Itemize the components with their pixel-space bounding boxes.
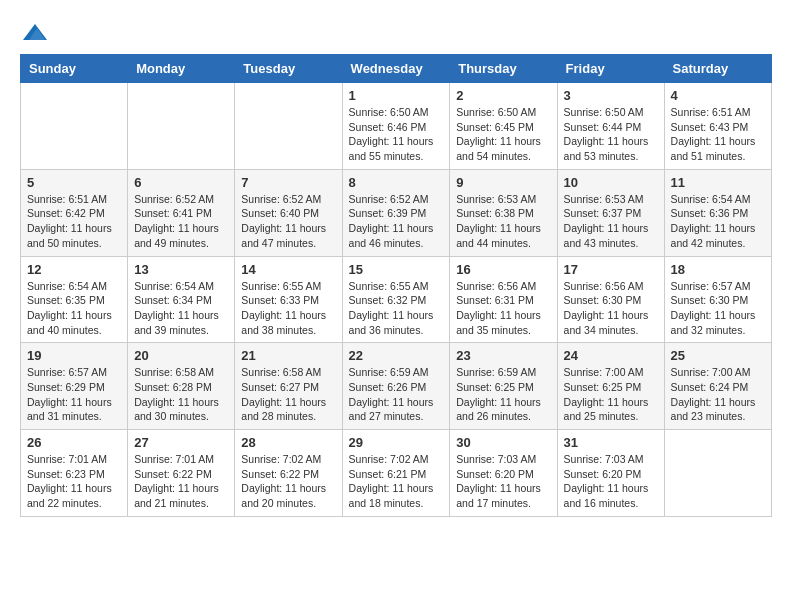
day-number: 21 [241,348,335,363]
day-number: 25 [671,348,765,363]
calendar-cell [128,83,235,170]
day-info: Sunrise: 6:58 AM Sunset: 6:28 PM Dayligh… [134,365,228,424]
calendar-body: 1Sunrise: 6:50 AM Sunset: 6:46 PM Daylig… [21,83,772,517]
calendar-table: SundayMondayTuesdayWednesdayThursdayFrid… [20,54,772,517]
day-number: 6 [134,175,228,190]
calendar-cell: 1Sunrise: 6:50 AM Sunset: 6:46 PM Daylig… [342,83,450,170]
day-info: Sunrise: 6:52 AM Sunset: 6:40 PM Dayligh… [241,192,335,251]
day-number: 15 [349,262,444,277]
calendar-cell: 15Sunrise: 6:55 AM Sunset: 6:32 PM Dayli… [342,256,450,343]
weekday-header-friday: Friday [557,55,664,83]
calendar-cell: 17Sunrise: 6:56 AM Sunset: 6:30 PM Dayli… [557,256,664,343]
day-info: Sunrise: 6:51 AM Sunset: 6:42 PM Dayligh… [27,192,121,251]
day-number: 27 [134,435,228,450]
weekday-header-thursday: Thursday [450,55,557,83]
calendar-cell: 26Sunrise: 7:01 AM Sunset: 6:23 PM Dayli… [21,430,128,517]
day-number: 8 [349,175,444,190]
day-info: Sunrise: 7:00 AM Sunset: 6:25 PM Dayligh… [564,365,658,424]
day-number: 28 [241,435,335,450]
calendar-cell: 12Sunrise: 6:54 AM Sunset: 6:35 PM Dayli… [21,256,128,343]
day-info: Sunrise: 7:03 AM Sunset: 6:20 PM Dayligh… [564,452,658,511]
day-number: 17 [564,262,658,277]
calendar-header: SundayMondayTuesdayWednesdayThursdayFrid… [21,55,772,83]
day-info: Sunrise: 6:50 AM Sunset: 6:44 PM Dayligh… [564,105,658,164]
day-info: Sunrise: 6:57 AM Sunset: 6:30 PM Dayligh… [671,279,765,338]
day-info: Sunrise: 6:50 AM Sunset: 6:46 PM Dayligh… [349,105,444,164]
calendar-week-row: 1Sunrise: 6:50 AM Sunset: 6:46 PM Daylig… [21,83,772,170]
weekday-header-tuesday: Tuesday [235,55,342,83]
day-number: 16 [456,262,550,277]
weekday-header-wednesday: Wednesday [342,55,450,83]
day-info: Sunrise: 6:57 AM Sunset: 6:29 PM Dayligh… [27,365,121,424]
day-info: Sunrise: 6:52 AM Sunset: 6:39 PM Dayligh… [349,192,444,251]
calendar-cell: 8Sunrise: 6:52 AM Sunset: 6:39 PM Daylig… [342,169,450,256]
calendar-cell: 18Sunrise: 6:57 AM Sunset: 6:30 PM Dayli… [664,256,771,343]
day-info: Sunrise: 6:55 AM Sunset: 6:32 PM Dayligh… [349,279,444,338]
day-number: 11 [671,175,765,190]
day-number: 26 [27,435,121,450]
calendar-cell: 9Sunrise: 6:53 AM Sunset: 6:38 PM Daylig… [450,169,557,256]
day-info: Sunrise: 6:53 AM Sunset: 6:38 PM Dayligh… [456,192,550,251]
day-number: 23 [456,348,550,363]
calendar-week-row: 19Sunrise: 6:57 AM Sunset: 6:29 PM Dayli… [21,343,772,430]
day-number: 3 [564,88,658,103]
day-info: Sunrise: 6:53 AM Sunset: 6:37 PM Dayligh… [564,192,658,251]
calendar-cell: 10Sunrise: 6:53 AM Sunset: 6:37 PM Dayli… [557,169,664,256]
calendar-cell: 6Sunrise: 6:52 AM Sunset: 6:41 PM Daylig… [128,169,235,256]
weekday-header-sunday: Sunday [21,55,128,83]
day-info: Sunrise: 6:59 AM Sunset: 6:26 PM Dayligh… [349,365,444,424]
day-info: Sunrise: 7:02 AM Sunset: 6:22 PM Dayligh… [241,452,335,511]
calendar-cell: 30Sunrise: 7:03 AM Sunset: 6:20 PM Dayli… [450,430,557,517]
calendar-cell [235,83,342,170]
day-info: Sunrise: 6:55 AM Sunset: 6:33 PM Dayligh… [241,279,335,338]
day-info: Sunrise: 6:54 AM Sunset: 6:36 PM Dayligh… [671,192,765,251]
calendar-cell [21,83,128,170]
day-number: 22 [349,348,444,363]
calendar-week-row: 12Sunrise: 6:54 AM Sunset: 6:35 PM Dayli… [21,256,772,343]
calendar-cell: 16Sunrise: 6:56 AM Sunset: 6:31 PM Dayli… [450,256,557,343]
day-info: Sunrise: 6:54 AM Sunset: 6:35 PM Dayligh… [27,279,121,338]
calendar-cell: 4Sunrise: 6:51 AM Sunset: 6:43 PM Daylig… [664,83,771,170]
calendar-cell: 27Sunrise: 7:01 AM Sunset: 6:22 PM Dayli… [128,430,235,517]
day-info: Sunrise: 6:56 AM Sunset: 6:30 PM Dayligh… [564,279,658,338]
day-number: 4 [671,88,765,103]
calendar-cell: 3Sunrise: 6:50 AM Sunset: 6:44 PM Daylig… [557,83,664,170]
day-number: 31 [564,435,658,450]
calendar-cell: 28Sunrise: 7:02 AM Sunset: 6:22 PM Dayli… [235,430,342,517]
page-header [20,20,772,44]
calendar-cell: 19Sunrise: 6:57 AM Sunset: 6:29 PM Dayli… [21,343,128,430]
calendar-cell: 5Sunrise: 6:51 AM Sunset: 6:42 PM Daylig… [21,169,128,256]
day-number: 20 [134,348,228,363]
day-info: Sunrise: 6:54 AM Sunset: 6:34 PM Dayligh… [134,279,228,338]
day-info: Sunrise: 6:58 AM Sunset: 6:27 PM Dayligh… [241,365,335,424]
day-number: 30 [456,435,550,450]
calendar-week-row: 26Sunrise: 7:01 AM Sunset: 6:23 PM Dayli… [21,430,772,517]
day-info: Sunrise: 7:03 AM Sunset: 6:20 PM Dayligh… [456,452,550,511]
day-info: Sunrise: 7:02 AM Sunset: 6:21 PM Dayligh… [349,452,444,511]
calendar-cell: 20Sunrise: 6:58 AM Sunset: 6:28 PM Dayli… [128,343,235,430]
day-info: Sunrise: 6:59 AM Sunset: 6:25 PM Dayligh… [456,365,550,424]
day-number: 12 [27,262,121,277]
calendar-cell: 14Sunrise: 6:55 AM Sunset: 6:33 PM Dayli… [235,256,342,343]
day-number: 29 [349,435,444,450]
calendar-cell: 29Sunrise: 7:02 AM Sunset: 6:21 PM Dayli… [342,430,450,517]
day-number: 13 [134,262,228,277]
day-number: 24 [564,348,658,363]
calendar-cell: 31Sunrise: 7:03 AM Sunset: 6:20 PM Dayli… [557,430,664,517]
logo-icon [23,20,47,44]
weekday-header-monday: Monday [128,55,235,83]
calendar-week-row: 5Sunrise: 6:51 AM Sunset: 6:42 PM Daylig… [21,169,772,256]
day-info: Sunrise: 7:00 AM Sunset: 6:24 PM Dayligh… [671,365,765,424]
day-info: Sunrise: 7:01 AM Sunset: 6:22 PM Dayligh… [134,452,228,511]
day-number: 9 [456,175,550,190]
day-number: 1 [349,88,444,103]
day-number: 18 [671,262,765,277]
day-number: 2 [456,88,550,103]
calendar-cell [664,430,771,517]
calendar-cell: 13Sunrise: 6:54 AM Sunset: 6:34 PM Dayli… [128,256,235,343]
day-number: 10 [564,175,658,190]
day-number: 7 [241,175,335,190]
calendar-cell: 2Sunrise: 6:50 AM Sunset: 6:45 PM Daylig… [450,83,557,170]
day-number: 5 [27,175,121,190]
calendar-cell: 21Sunrise: 6:58 AM Sunset: 6:27 PM Dayli… [235,343,342,430]
